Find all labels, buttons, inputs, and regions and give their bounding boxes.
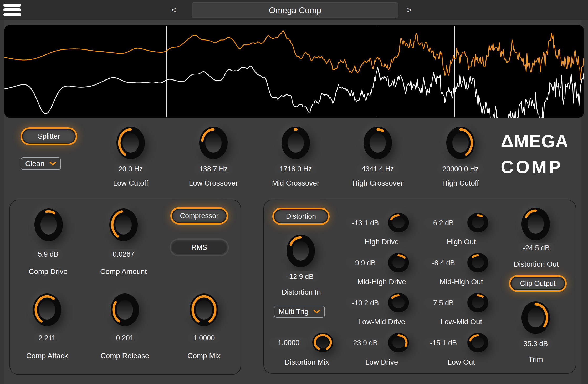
comp-release-knob[interactable] [109, 292, 141, 328]
low-cutoff-knob[interactable] [115, 125, 146, 162]
comp-amount-value: 0.0267 [108, 249, 140, 260]
splitter-mode-dropdown[interactable]: Clean [21, 157, 61, 170]
high-cutoff-value: 20000.0 Hz [437, 164, 484, 174]
low-mid-out-knob[interactable] [466, 292, 490, 315]
rms-button-label: RMS [191, 243, 207, 252]
splitter-button[interactable]: Splitter [22, 129, 76, 144]
distortion-out-value: -24.5 dB [518, 243, 555, 253]
high-out-label: High Out [447, 238, 476, 246]
low-mid-out-label: Low-Mid Out [441, 318, 482, 326]
preset-next-button[interactable]: > [405, 5, 413, 15]
top-bar: < Omega Comp > [0, 0, 588, 20]
low-cutoff-label: Low Cutoff [113, 179, 148, 187]
distortion-in-value: -12.9 dB [282, 271, 319, 282]
mid-high-drive-label: Mid-High Drive [357, 278, 406, 286]
low-drive-knob[interactable] [387, 332, 410, 355]
high-crossover-knob[interactable] [362, 125, 393, 162]
distortion-in-knob[interactable] [285, 233, 316, 270]
comp-drive-value: 5.9 dB [33, 249, 63, 260]
high-drive-value: -13.1 dB [346, 218, 385, 228]
low-crossover-knob[interactable] [198, 125, 229, 162]
compressor-button[interactable]: Compressor [172, 209, 227, 223]
high-out-knob[interactable] [466, 212, 490, 235]
preset-prev-button[interactable]: < [170, 5, 178, 15]
compressor-button-label: Compressor [180, 212, 218, 220]
distortion-in-label: Distortion In [282, 288, 321, 296]
distortion-mix-label: Distortion Mix [284, 358, 329, 366]
high-cutoff-knob[interactable] [445, 125, 476, 162]
comp-attack-knob[interactable] [31, 292, 63, 328]
low-crossover-value: 138.7 Hz [194, 164, 233, 174]
low-mid-drive-value: -10.2 dB [346, 298, 385, 308]
low-out-value: -15.1 dB [424, 338, 463, 348]
trim-value: 35.3 dB [518, 338, 553, 349]
low-cutoff-value: 20.0 Hz [113, 164, 148, 174]
high-cutoff-label: High Cutoff [442, 179, 479, 187]
low-crossover-label: Low Crossover [189, 179, 238, 187]
chevron-down-icon [313, 310, 320, 314]
splitter-button-label: Splitter [38, 132, 60, 141]
rms-button[interactable]: RMS [171, 240, 228, 255]
omega-comp-logo: ΔMEGA COMP [501, 132, 577, 176]
comp-attack-label: Comp Attack [26, 352, 68, 360]
preset-name: Omega Comp [269, 6, 321, 15]
comp-mix-knob[interactable] [188, 292, 220, 328]
mid-crossover-label: Mid Crossover [272, 179, 319, 187]
low-out-label: Low Out [448, 358, 475, 366]
mid-crossover-knob[interactable] [280, 125, 311, 162]
distortion-mix-knob[interactable] [311, 331, 335, 355]
high-drive-knob[interactable] [387, 212, 410, 235]
mid-high-drive-value: 9.9 dB [346, 258, 385, 268]
trim-knob[interactable] [520, 300, 551, 336]
comp-release-label: Comp Release [100, 352, 149, 360]
comp-mix-label: Comp Mix [187, 352, 221, 360]
trigger-mode-value: Multi Trig [279, 307, 309, 316]
preset-name-box[interactable]: Omega Comp [192, 2, 398, 18]
comp-mix-value: 1.0000 [188, 333, 220, 343]
comp-release-value: 0.201 [111, 333, 139, 343]
clip-output-button-label: Clip Output [520, 280, 555, 288]
high-out-value: 6.2 dB [424, 218, 463, 228]
distortion-out-label: Distortion Out [514, 260, 559, 268]
low-mid-out-value: 7.5 dB [424, 298, 463, 308]
low-drive-label: Low Drive [365, 358, 398, 366]
low-mid-drive-label: Low-Mid Drive [358, 318, 405, 326]
high-crossover-label: High Crossover [352, 179, 403, 187]
comp-amount-knob[interactable] [108, 207, 139, 243]
comp-amount-label: Comp Amount [100, 267, 147, 276]
trim-label: Trim [529, 355, 543, 364]
spectrum-display [4, 25, 584, 118]
comp-drive-label: Comp Drive [29, 267, 68, 276]
window-left-edge [0, 20, 4, 384]
trigger-mode-dropdown[interactable]: Multi Trig [274, 306, 325, 318]
mid-high-out-label: Mid-High Out [440, 278, 483, 286]
comp-drive-knob[interactable] [33, 207, 64, 243]
mid-high-drive-knob[interactable] [387, 252, 410, 275]
chevron-down-icon [49, 162, 56, 166]
splitter-mode-value: Clean [25, 159, 44, 168]
high-crossover-value: 4341.4 Hz [356, 164, 399, 174]
high-drive-label: High Drive [365, 238, 399, 246]
mid-high-out-value: -8.4 dB [424, 258, 463, 268]
distortion-mix-value: 1.0000 [269, 337, 308, 348]
menu-icon[interactable] [3, 4, 21, 16]
mid-high-out-knob[interactable] [466, 252, 490, 275]
omega-logo-line1: ΔMEGA [501, 132, 577, 151]
low-out-knob[interactable] [466, 332, 490, 355]
clip-output-button[interactable]: Clip Output [510, 277, 565, 290]
distortion-out-knob[interactable] [520, 206, 551, 243]
distortion-button[interactable]: Distortion [274, 209, 328, 223]
low-mid-drive-knob[interactable] [387, 292, 410, 315]
comp-attack-value: 2.211 [33, 333, 61, 343]
distortion-button-label: Distortion [286, 212, 316, 221]
low-drive-value: 23.9 dB [346, 338, 385, 348]
omega-logo-line2: COMP [501, 157, 577, 176]
mid-crossover-value: 1718.0 Hz [274, 164, 317, 174]
